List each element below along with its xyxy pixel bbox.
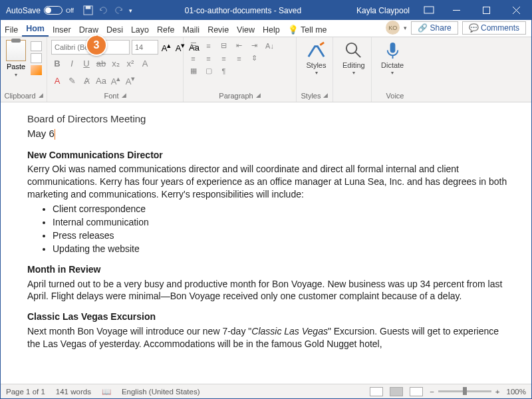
- paste-label: Paste: [7, 63, 25, 70]
- responsibilities-list: Client correspondence Internal communica…: [53, 203, 507, 255]
- paragraph-group-label: Paragraph: [219, 92, 253, 100]
- zoom-out-icon[interactable]: −: [430, 388, 434, 396]
- autosave-toggle[interactable]: AutoSave Off: [1, 6, 79, 15]
- language-indicator[interactable]: English (United States): [122, 388, 200, 396]
- undo-icon[interactable]: [98, 5, 108, 15]
- italic-button[interactable]: I: [66, 59, 78, 68]
- styles-button[interactable]: Styles ▾: [299, 39, 333, 77]
- font-size-select[interactable]: [132, 40, 158, 55]
- bold-button[interactable]: B: [51, 59, 63, 68]
- increase-indent-icon[interactable]: ⇥: [249, 41, 260, 51]
- strike-button[interactable]: ab: [95, 59, 107, 68]
- user-name[interactable]: Kayla Claypool: [350, 6, 416, 15]
- subscript-button[interactable]: x₂: [110, 59, 122, 68]
- slider-thumb[interactable]: [463, 387, 467, 395]
- save-icon[interactable]: [83, 5, 93, 15]
- text-effects-icon[interactable]: A: [139, 59, 151, 68]
- read-mode-button[interactable]: [370, 387, 383, 396]
- line-spacing-icon[interactable]: ⇕: [249, 53, 260, 63]
- ribbon-display-icon[interactable]: [423, 5, 435, 17]
- superscript-button[interactable]: x²: [124, 59, 136, 68]
- clipboard-icon: [6, 40, 26, 61]
- align-left-icon[interactable]: ≡: [188, 53, 199, 63]
- sort-icon[interactable]: A↓: [264, 41, 275, 51]
- phonetic-icon[interactable]: A▾: [124, 74, 136, 86]
- multilevel-icon[interactable]: ⊟: [218, 41, 229, 51]
- borders-icon[interactable]: ▢: [203, 66, 214, 76]
- presence-dropdown-icon[interactable]: ▾: [404, 25, 407, 31]
- show-marks-icon[interactable]: ¶: [218, 66, 229, 76]
- zoom-level[interactable]: 100%: [507, 388, 526, 396]
- tell-me[interactable]: 💡 Tell me: [284, 22, 331, 37]
- web-layout-button[interactable]: [410, 387, 423, 396]
- tab-file[interactable]: File: [1, 23, 22, 37]
- shading-icon[interactable]: ▦: [188, 66, 199, 76]
- decrease-indent-icon[interactable]: ⇤: [233, 41, 245, 51]
- dialog-launcher-icon[interactable]: ◢: [39, 92, 43, 100]
- avatar[interactable]: KO: [386, 21, 400, 35]
- document-area[interactable]: Board of Directors Meeting May 6 New Com…: [1, 104, 531, 384]
- editing-label: Editing: [342, 61, 365, 69]
- chevron-down-icon: ▾: [391, 70, 394, 76]
- minimize-button[interactable]: [442, 1, 471, 20]
- chevron-down-icon: ▾: [352, 70, 355, 76]
- print-layout-button[interactable]: [390, 387, 403, 396]
- underline-button[interactable]: U: [80, 59, 92, 68]
- dictate-label: Dictate: [381, 61, 404, 69]
- dialog-launcher-icon[interactable]: ◢: [256, 92, 261, 100]
- font-color-button[interactable]: A: [51, 76, 63, 86]
- tab-design[interactable]: Desi: [102, 23, 127, 37]
- redo-icon[interactable]: [114, 5, 124, 15]
- qat-more-icon[interactable]: ▾: [129, 7, 132, 14]
- bullets-icon[interactable]: ☰: [188, 41, 199, 51]
- tab-layout[interactable]: Layo: [127, 23, 153, 37]
- zoom-slider[interactable]: − +: [430, 388, 499, 396]
- styles-group-label: Styles: [301, 92, 321, 100]
- svg-point-7: [346, 43, 357, 54]
- close-button[interactable]: [501, 1, 531, 20]
- grow-font-icon[interactable]: A▴: [160, 41, 172, 53]
- copy-icon[interactable]: [31, 53, 42, 63]
- chevron-down-icon: ▾: [15, 72, 17, 78]
- cut-icon[interactable]: [31, 41, 42, 51]
- tab-review[interactable]: Revie: [203, 23, 233, 37]
- paste-button[interactable]: Paste ▾: [3, 39, 29, 79]
- page-indicator[interactable]: Page 1 of 1: [6, 388, 45, 396]
- justify-icon[interactable]: ≡: [233, 53, 245, 63]
- editing-button[interactable]: Editing ▾: [336, 39, 372, 77]
- zoom-in-icon[interactable]: +: [495, 388, 500, 396]
- tab-view[interactable]: View: [233, 23, 259, 37]
- share-button[interactable]: 🔗 Share: [411, 21, 458, 35]
- tab-references[interactable]: Refe: [153, 23, 178, 37]
- format-painter-icon[interactable]: [31, 65, 42, 75]
- quick-access-toolbar: ▾: [79, 5, 136, 15]
- microphone-icon: [382, 40, 403, 61]
- svg-rect-4: [483, 7, 490, 14]
- align-center-icon[interactable]: ≡: [203, 53, 214, 63]
- tab-help[interactable]: Help: [259, 23, 284, 37]
- tab-home[interactable]: Hom: [22, 21, 49, 37]
- tab-mailings[interactable]: Maili: [178, 23, 203, 37]
- ribbon-tabs: File Hom Inser Draw Desi Layo Refe Maili…: [1, 20, 531, 37]
- tab-insert[interactable]: Inser: [49, 23, 75, 37]
- paragraph-month: April turned out to be a very busy and p…: [27, 278, 507, 303]
- autosave-state: Off: [66, 7, 74, 14]
- comments-button[interactable]: 💬 Comments: [462, 21, 526, 35]
- highlight-button[interactable]: ✎: [66, 76, 78, 86]
- numbering-icon[interactable]: ≡: [203, 41, 214, 51]
- maximize-button[interactable]: [471, 1, 501, 20]
- spellcheck-icon[interactable]: 📖: [102, 387, 111, 396]
- align-right-icon[interactable]: ≡: [218, 53, 229, 63]
- clear-format-icon[interactable]: A̷: [80, 76, 92, 86]
- slider-track[interactable]: [438, 390, 491, 392]
- dialog-launcher-icon[interactable]: ◢: [122, 92, 126, 100]
- text-cursor-icon: [55, 129, 55, 140]
- char-border-icon[interactable]: Aa: [95, 76, 107, 86]
- dialog-launcher-icon[interactable]: ◢: [323, 92, 328, 100]
- tell-me-label: Tell me: [301, 25, 327, 35]
- word-count[interactable]: 141 words: [56, 388, 91, 396]
- enclose-icon[interactable]: A▴: [110, 74, 122, 86]
- svg-rect-9: [390, 43, 395, 53]
- voice-group-label: Voice: [386, 92, 404, 100]
- dictate-button[interactable]: Dictate ▾: [374, 39, 410, 77]
